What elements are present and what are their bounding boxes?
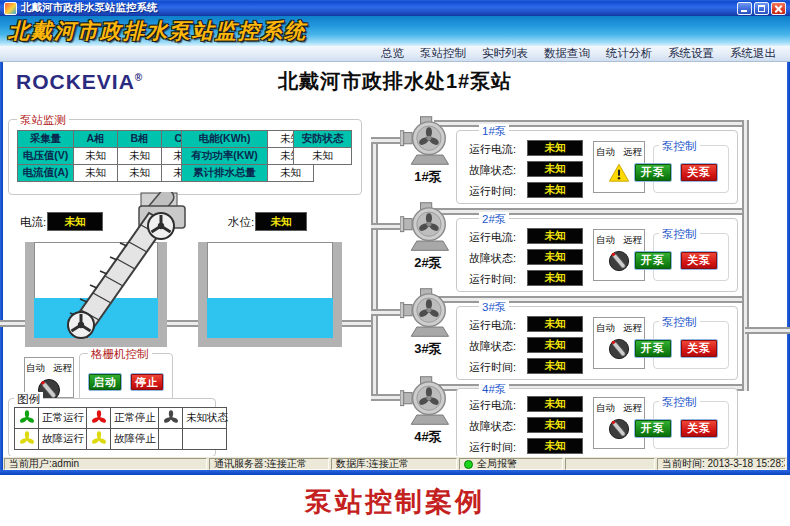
water-level-display: 未知 <box>255 212 307 231</box>
pump2-panel: 2#泵 运行电流: 未知 故障状态: 未知 运行时间: 未知 自动 远程 泵控制… <box>456 218 738 292</box>
app-icon <box>4 2 17 15</box>
legend-normal-stop: 正常停止 <box>111 408 159 429</box>
discharge-header-pipe <box>742 120 749 391</box>
security-status-label: 安防状态 <box>294 131 352 148</box>
pump1-panel-title: 1#泵 <box>479 124 509 139</box>
current-row-label: 电流值(A) <box>18 165 74 182</box>
pump2-close-button[interactable]: 关泵 <box>680 251 718 270</box>
close-button[interactable] <box>771 2 786 15</box>
pump3-current-display: 未知 <box>527 316 583 332</box>
knob-switch-icon[interactable] <box>608 418 630 440</box>
menu-item-pump-control[interactable]: 泵站控制 <box>412 46 474 61</box>
menu-item-overview[interactable]: 总览 <box>373 46 412 61</box>
pump1-runtime-display: 未知 <box>527 182 583 198</box>
security-table: 安防状态 未知 <box>293 130 352 165</box>
pump2-fault-display: 未知 <box>527 249 583 265</box>
status-user: 当前用户:admin <box>4 458 207 470</box>
active-power-label: 有功功率(KW) <box>182 148 268 165</box>
menu-item-realtime-list[interactable]: 实时列表 <box>474 46 536 61</box>
fan-unknown-icon <box>163 410 179 426</box>
pump1-open-button[interactable]: 开泵 <box>634 163 672 182</box>
warning-icon <box>608 162 630 183</box>
status-spacer <box>565 458 655 470</box>
pump3-close-button[interactable]: 关泵 <box>680 339 718 358</box>
pump4-close-button[interactable]: 关泵 <box>680 419 718 438</box>
inlet-pipe <box>0 320 27 327</box>
pump3-runtime-display: 未知 <box>527 358 583 374</box>
pump3-label: 3#泵 <box>400 340 456 358</box>
pump4-open-button[interactable]: 开泵 <box>634 419 672 438</box>
pump2-open-button[interactable]: 开泵 <box>634 251 672 270</box>
titlebar: 北戴河市政排水泵站监控系统 <box>0 0 790 16</box>
legend-fault-stop: 故障停止 <box>111 429 159 450</box>
menu-bar: 总览 泵站控制 实时列表 数据查询 统计分析 系统设置 系统退出 <box>0 46 790 62</box>
minimize-icon <box>741 10 747 12</box>
legend-unknown: 未知状态 <box>183 408 227 429</box>
voltage-row-label: 电压值(V) <box>18 148 74 165</box>
maximize-button[interactable] <box>754 2 769 15</box>
pump1-control-group: 泵控制 开泵 关泵 <box>653 145 729 193</box>
knob-switch-icon[interactable] <box>608 338 630 360</box>
window-buttons <box>737 2 786 15</box>
menu-item-settings[interactable]: 系统设置 <box>660 46 722 61</box>
fault-status-label: 故障状态: <box>469 163 516 178</box>
legend-title: 图例 <box>14 392 43 407</box>
run-time-label: 运行时间: <box>469 184 516 199</box>
voltage-a: 未知 <box>74 148 118 165</box>
alarm-indicator-icon <box>464 460 473 469</box>
pump4-runtime-display: 未知 <box>527 438 583 454</box>
menu-item-exit[interactable]: 系统退出 <box>722 46 784 61</box>
suction-pipe <box>340 320 374 327</box>
menu-item-data-query[interactable]: 数据查询 <box>536 46 598 61</box>
pump1-fault-display: 未知 <box>527 161 583 177</box>
status-time: 当前时间: 2013-3-18 15:28:37 <box>657 458 786 470</box>
pump4-control-group: 泵控制 开泵 关泵 <box>653 401 729 449</box>
window-bottom-border <box>0 470 790 475</box>
station-monitor-title: 泵站监测 <box>17 113 69 128</box>
pump4-label: 4#泵 <box>400 428 456 446</box>
pump2-panel-title: 2#泵 <box>479 212 509 227</box>
window-title: 北戴河市政排水泵站监控系统 <box>21 1 737 15</box>
pump3-open-button[interactable]: 开泵 <box>634 339 672 358</box>
pump2-icon <box>400 202 456 252</box>
pump3-panel-title: 3#泵 <box>479 300 509 315</box>
fan-stopped-icon <box>91 410 107 426</box>
window-left-border <box>0 62 3 475</box>
security-status-value: 未知 <box>294 148 352 165</box>
energy-label: 电能(KWh) <box>182 131 268 148</box>
run-current-label: 运行电流: <box>469 142 516 157</box>
legend-table: 正常运行 正常停止 未知状态 故障运行 故障停止 <box>14 407 227 450</box>
grate-control-group: 格栅机控制 启动 停止 <box>79 353 173 401</box>
menu-item-statistics[interactable]: 统计分析 <box>598 46 660 61</box>
fan-running-icon <box>19 410 35 426</box>
page-title: 北戴河市政排水处1#泵站 <box>0 68 790 95</box>
pump4-icon <box>400 376 456 426</box>
pump1-label: 1#泵 <box>400 168 456 186</box>
pump4-panel-title: 4#泵 <box>479 382 509 397</box>
banner-title: 北戴河市政排水泵站监控系统 <box>8 17 307 45</box>
pump1-close-button[interactable]: 关泵 <box>680 163 718 182</box>
knob-switch-icon[interactable] <box>608 250 630 272</box>
pump2-current-display: 未知 <box>527 228 583 244</box>
current-a: 未知 <box>74 165 118 182</box>
pump3-fault-display: 未知 <box>527 337 583 353</box>
pump-well-tank <box>198 242 342 347</box>
voltage-b: 未知 <box>118 148 162 165</box>
status-comm-server: 通讯服务器:连接正常 <box>209 458 329 470</box>
station-monitor-group: 泵站监测 采集量 A相 B相 C相 电压值(V) 未知 未知 未知 电流值(A)… <box>8 119 362 195</box>
pump1-icon <box>400 116 456 166</box>
water-level-label: 水位: <box>228 215 254 230</box>
legend-normal-run: 正常运行 <box>39 408 87 429</box>
pump1-current-display: 未知 <box>527 140 583 156</box>
fan-fault-run-icon <box>19 431 35 447</box>
grate-start-button[interactable]: 启动 <box>88 373 122 391</box>
total-drainage-value: 未知 <box>268 165 314 182</box>
grate-remote-label: 远程 <box>53 362 72 375</box>
legend-fault-run: 故障运行 <box>39 429 87 450</box>
minimize-button[interactable] <box>737 2 752 15</box>
grate-stop-button[interactable]: 停止 <box>130 373 164 391</box>
phase-table: 采集量 A相 B相 C相 电压值(V) 未知 未知 未知 电流值(A) 未知 未… <box>17 130 206 182</box>
grate-current-label: 电流: <box>20 215 46 230</box>
banner: 北戴河市政排水泵站监控系统 <box>0 16 790 46</box>
water <box>207 298 333 338</box>
